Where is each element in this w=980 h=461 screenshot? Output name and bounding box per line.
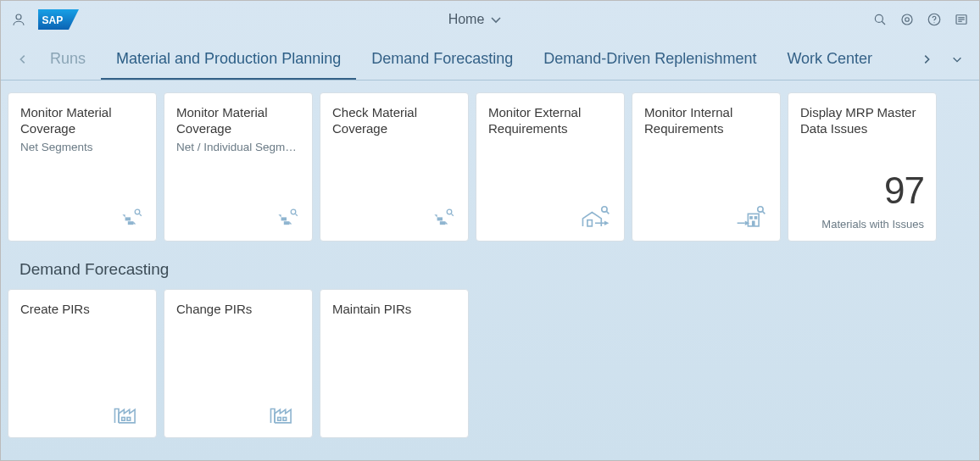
tab-label: Runs <box>50 50 86 68</box>
anchor-bar: Runs Material and Production Planning De… <box>1 38 979 81</box>
tile-subtitle: Net Segments <box>20 141 144 153</box>
svg-line-36 <box>763 212 766 214</box>
tile-monitor-external-requirements[interactable]: Monitor External Requirements <box>476 92 625 242</box>
tabs-scroll: Runs Material and Production Planning De… <box>35 39 908 80</box>
svg-rect-45 <box>278 418 281 421</box>
shell-header-title[interactable]: Home <box>79 12 872 27</box>
tab-work-center[interactable]: Work Center <box>771 39 888 80</box>
svg-rect-26 <box>437 217 443 220</box>
tile-title: Monitor Internal Requirements <box>644 105 768 137</box>
svg-marker-34 <box>604 221 609 225</box>
svg-marker-15 <box>122 214 125 217</box>
kpi-label: Materials with Issues <box>821 218 924 230</box>
svg-point-5 <box>905 18 910 22</box>
tab-material-and-production-planning[interactable]: Material and Production Planning <box>101 39 356 80</box>
svg-marker-22 <box>289 221 292 224</box>
coverage-icon <box>429 207 456 230</box>
tab-label: Work Center <box>787 50 872 68</box>
tabs-prev[interactable] <box>11 53 35 65</box>
tab-demand-forecasting[interactable]: Demand Forecasting <box>356 39 528 80</box>
tile-subtitle: Net / Individual Segments <box>176 141 300 153</box>
user-icon[interactable] <box>11 12 26 27</box>
external-icon <box>578 203 612 230</box>
coverage-icon <box>117 207 144 230</box>
svg-marker-21 <box>278 214 281 217</box>
svg-point-12 <box>135 209 140 214</box>
coverage-icon <box>273 207 300 230</box>
svg-point-24 <box>447 209 452 214</box>
tile-create-pirs[interactable]: Create PIRs <box>8 289 157 438</box>
tile-title: Monitor Material Coverage <box>20 105 144 137</box>
svg-rect-29 <box>440 221 445 225</box>
tab-demand-driven-replenishment[interactable]: Demand-Driven Replenishment <box>528 39 771 80</box>
svg-marker-42 <box>745 221 749 225</box>
svg-line-3 <box>882 21 885 25</box>
svg-marker-27 <box>434 214 437 217</box>
svg-point-0 <box>16 14 21 19</box>
svg-marker-28 <box>445 221 448 224</box>
svg-rect-38 <box>749 216 753 219</box>
page-title: Home <box>448 12 485 27</box>
svg-point-7 <box>933 22 934 23</box>
svg-point-30 <box>602 207 607 212</box>
search-icon[interactable] <box>872 12 888 27</box>
svg-marker-16 <box>133 221 136 224</box>
tab-label: Material and Production Planning <box>116 50 341 68</box>
tile-monitor-internal-requirements[interactable]: Monitor Internal Requirements <box>632 92 781 242</box>
kpi-value: 97 <box>884 172 924 209</box>
me-area-icon[interactable] <box>954 12 969 27</box>
svg-point-2 <box>875 14 883 22</box>
svg-rect-44 <box>127 418 131 421</box>
tile-title: Display MRP Master Data Issues <box>800 105 924 137</box>
factory-icon <box>266 400 300 427</box>
svg-rect-14 <box>125 217 131 220</box>
tab-label: Demand Forecasting <box>371 50 513 68</box>
tile-check-material-coverage[interactable]: Check Material Coverage <box>320 92 469 242</box>
tab-label: Demand-Driven Replenishment <box>543 50 756 68</box>
tabs-next[interactable] <box>915 53 938 65</box>
launchpad-content: Monitor Material Coverage Net Segments M… <box>1 81 979 443</box>
tile-group-material-planning: Monitor Material Coverage Net Segments M… <box>6 92 974 242</box>
tile-display-mrp-master-data-issues[interactable]: Display MRP Master Data Issues 97 Materi… <box>788 92 937 242</box>
tabs-end <box>908 53 969 65</box>
shell-header-left: SAP <box>11 9 79 30</box>
svg-rect-17 <box>128 221 133 225</box>
svg-rect-32 <box>587 220 592 226</box>
factory-icon <box>110 400 144 427</box>
chevron-down-icon <box>489 13 503 26</box>
svg-rect-40 <box>752 221 755 226</box>
svg-line-25 <box>451 214 453 215</box>
tile-maintain-pirs[interactable]: Maintain PIRs <box>320 289 469 438</box>
tabs-overflow[interactable] <box>945 53 969 65</box>
sap-logo: SAP <box>38 9 79 30</box>
tile-title: Maintain PIRs <box>332 302 456 318</box>
tile-monitor-material-coverage-net[interactable]: Monitor Material Coverage Net Segments <box>8 92 157 242</box>
svg-text:SAP: SAP <box>42 14 64 26</box>
help-icon[interactable] <box>927 12 942 27</box>
tile-title: Monitor Material Coverage <box>176 105 300 137</box>
shell-header-right <box>872 12 969 27</box>
svg-line-19 <box>295 214 297 215</box>
svg-rect-43 <box>122 418 125 421</box>
svg-rect-46 <box>283 418 287 421</box>
svg-rect-23 <box>284 221 289 225</box>
tile-title: Create PIRs <box>20 302 144 318</box>
svg-point-18 <box>291 209 296 214</box>
svg-rect-39 <box>754 216 758 219</box>
section-title-demand-forecasting: Demand Forecasting <box>19 260 972 279</box>
shell-header: SAP Home <box>1 1 979 38</box>
tile-title: Monitor External Requirements <box>488 105 612 137</box>
copilot-icon[interactable] <box>899 12 915 27</box>
tab-runs[interactable]: Runs <box>35 39 101 80</box>
svg-line-31 <box>607 212 610 214</box>
svg-line-13 <box>139 214 141 215</box>
svg-point-4 <box>902 14 912 25</box>
tile-monitor-material-coverage-individual[interactable]: Monitor Material Coverage Net / Individu… <box>164 92 313 242</box>
tile-title: Change PIRs <box>176 302 300 318</box>
svg-point-35 <box>758 207 763 212</box>
tile-title: Check Material Coverage <box>332 105 456 137</box>
tile-change-pirs[interactable]: Change PIRs <box>164 289 313 438</box>
internal-icon <box>734 203 768 230</box>
tile-group-demand-forecasting: Create PIRs Change PIRs Maintain PIRs <box>6 289 974 438</box>
svg-rect-20 <box>281 217 287 220</box>
